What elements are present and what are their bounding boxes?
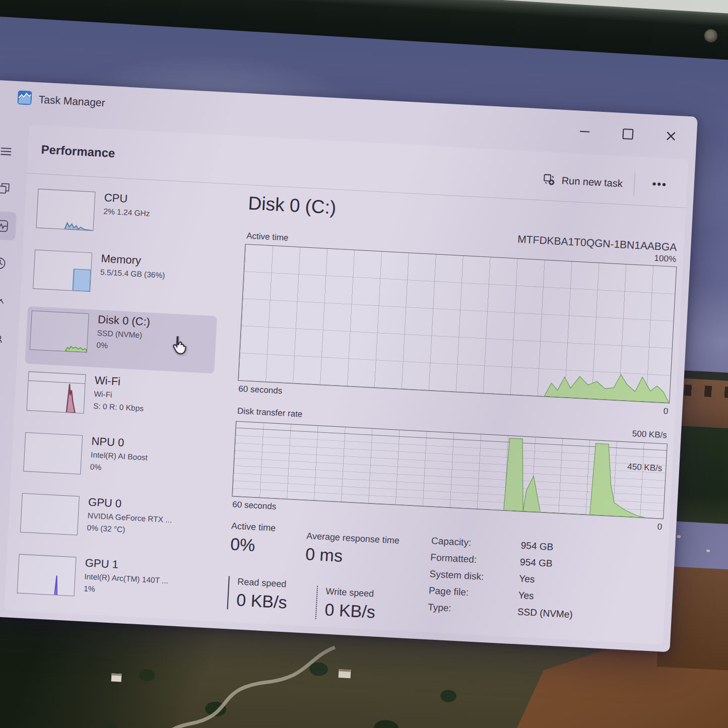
info-row-system-disk: System disk: Yes (429, 568, 575, 587)
info-row-formatted: Formatted: 954 GB (430, 552, 576, 570)
info-row-page-file: Page file: Yes (428, 585, 574, 604)
stat-read-speed: Read speed 0 KB/s (227, 576, 288, 612)
memory-mini-graph (33, 249, 92, 292)
disk-mini-graph (30, 310, 89, 353)
active-chart-scale-min: 0 (663, 406, 669, 416)
startup-apps-icon (0, 292, 6, 307)
disk-info-list: Capacity: 954 GB Formatted: 954 GB Syste… (427, 535, 576, 626)
page-title: Performance (41, 143, 115, 161)
item-line3: 0% (90, 461, 147, 475)
transfer-chart-scale-max: 500 KB/s (632, 429, 667, 441)
item-line2: 2% 1.24 GHz (103, 206, 150, 219)
disk-transfer-rate-chart (232, 421, 668, 519)
stat-label: Read speed (237, 576, 288, 589)
perf-list-item-npu0[interactable]: NPU 0 Intel(R) AI Boost 0% (19, 428, 211, 496)
info-row-capacity: Capacity: 954 GB (431, 535, 577, 554)
app-title: Task Manager (38, 93, 105, 109)
sidebar-item-performance[interactable] (0, 211, 17, 240)
info-value: Yes (519, 573, 535, 585)
info-label: Formatted: (430, 552, 520, 567)
info-value: Yes (518, 590, 534, 602)
menu-icon (0, 144, 14, 159)
stat-value: 0 KB/s (236, 590, 287, 612)
run-new-task-icon (542, 173, 556, 186)
toolbar-divider (634, 173, 635, 196)
performance-icon (0, 218, 10, 233)
item-title: CPU (104, 191, 151, 207)
info-label: Page file: (428, 585, 518, 601)
sidebar-item-processes[interactable] (0, 174, 19, 204)
perf-list-item-gpu1[interactable]: GPU 1 Intel(R) Arc(TM) 140T ... 1% (12, 550, 204, 617)
task-manager-icon (17, 90, 32, 105)
active-time-chart (238, 244, 677, 404)
info-value: 954 GB (520, 540, 554, 553)
task-manager-window: Task Manager (0, 80, 698, 652)
gpu1-mini-graph (17, 554, 77, 597)
item-line2: Intel(R) AI Boost (91, 449, 148, 463)
photo-of-laptop-screen: Task Manager (0, 0, 728, 728)
perf-list-item-gpu0[interactable]: GPU 0 NVIDIA GeForce RTX ... 0% (32 °C) (15, 489, 207, 556)
perf-list-item-memory[interactable]: Memory 5.5/15.4 GB (36%) (28, 245, 220, 313)
stat-avg-response: Average response time 0 ms (305, 531, 400, 569)
minimize-button[interactable] (576, 123, 592, 140)
maximize-button[interactable] (620, 126, 636, 142)
info-value: SSD (NVMe) (517, 607, 573, 621)
stat-write-speed: Write speed 0 KB/s (315, 586, 376, 622)
stat-value: 0% (230, 535, 275, 557)
item-title: Memory (101, 252, 166, 269)
transfer-chart-label: Disk transfer rate (237, 406, 303, 420)
hand-cursor (167, 333, 192, 358)
active-time-chart-label: Active time (246, 231, 289, 243)
item-line2: Wi-Fi (94, 388, 145, 402)
info-label: Capacity: (431, 535, 521, 551)
app-history-icon (0, 255, 8, 271)
item-line2: 5.5/15.4 GB (36%) (100, 267, 165, 281)
transfer-chart-scale-min: 0 (657, 522, 663, 532)
sidebar-item-startup-apps[interactable] (0, 285, 13, 315)
perf-list-item-wifi[interactable]: Wi-Fi Wi-Fi S: 0 R: 0 Kbps (22, 367, 214, 435)
info-row-type: Type: SSD (NVMe) (428, 602, 573, 620)
sidebar-item-users[interactable] (0, 322, 11, 352)
item-title: Disk 0 (C:) (98, 313, 151, 328)
stat-value: 0 KB/s (324, 600, 376, 622)
sidebar-item-app-history[interactable] (0, 248, 15, 278)
run-new-task-button[interactable]: Run new task (542, 173, 623, 190)
close-icon (666, 131, 676, 142)
users-icon (0, 329, 4, 345)
active-chart-x-label: 60 seconds (238, 384, 283, 396)
perf-list-item-cpu[interactable]: CPU 2% 1.24 GHz (31, 184, 223, 252)
performance-panel: Performance Run new task ••• (4, 125, 689, 645)
item-line2: SSD (NVMe) (97, 327, 150, 341)
item-line3: 0% (96, 340, 149, 353)
sidebar-item-details[interactable] (0, 360, 9, 389)
gpu0-mini-graph (20, 493, 80, 536)
sidebar-item-services[interactable] (0, 397, 7, 427)
disk-detail-pane: Disk 0 (C:) MTFDKBA1T0QGN-1BN1AABGA Acti… (225, 192, 679, 644)
stat-active-time: Active time 0% (230, 521, 276, 557)
disk-model: MTFDKBA1T0QGN-1BN1AABGA (517, 233, 677, 254)
cpu-mini-graph (36, 189, 96, 231)
item-line3: S: 0 R: 0 Kbps (93, 401, 144, 414)
item-title: Wi-Fi (94, 374, 145, 389)
info-label: System disk: (429, 568, 519, 584)
info-value: 954 GB (520, 557, 553, 569)
stat-label: Average response time (306, 531, 400, 546)
info-label: Type: (428, 602, 518, 617)
wallpaper-house (339, 669, 351, 678)
menu-button[interactable] (0, 137, 21, 166)
close-button[interactable] (663, 128, 679, 144)
item-title: NPU 0 (91, 435, 149, 451)
details-icon (0, 367, 2, 382)
npu-mini-graph (23, 432, 83, 475)
laptop-screen: Task Manager (0, 10, 728, 728)
run-new-task-label: Run new task (561, 174, 623, 189)
transfer-chart-x-label: 60 seconds (232, 500, 277, 512)
wallpaper-house (111, 674, 122, 682)
stat-label: Write speed (325, 586, 376, 600)
processes-icon (0, 181, 12, 196)
stat-value: 0 ms (305, 544, 399, 569)
more-options-button[interactable]: ••• (652, 177, 667, 191)
webcam (704, 29, 717, 42)
wifi-mini-graph (27, 371, 86, 414)
stat-label: Active time (231, 521, 276, 534)
